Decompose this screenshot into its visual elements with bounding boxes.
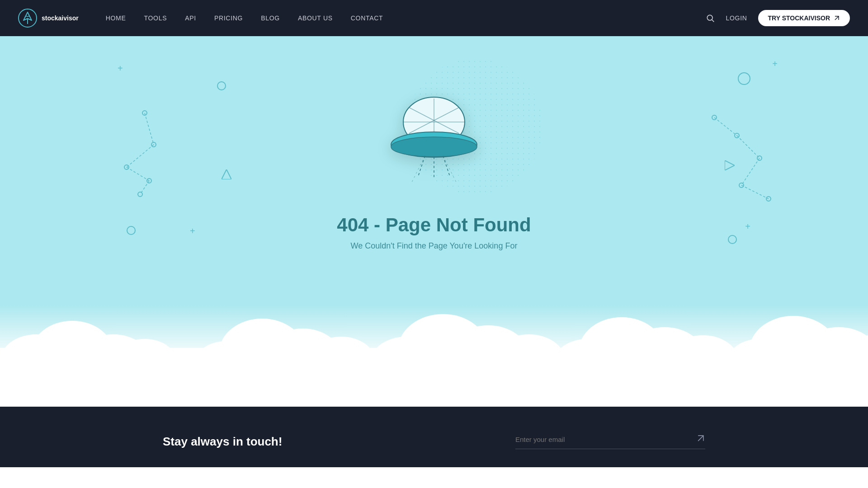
clouds-svg (0, 280, 868, 361)
search-icon (706, 14, 715, 23)
svg-line-31 (418, 156, 425, 176)
nav-links: HOME TOOLS API PRICING BLOG ABOUT US CON… (106, 14, 706, 22)
deco-plus-4: + (745, 221, 750, 232)
deco-circle-3 (728, 235, 737, 244)
svg-line-15 (714, 117, 737, 136)
nav-right: LOGIN TRY STOCKAIVISOR (706, 10, 850, 26)
logo-icon (18, 9, 37, 28)
deco-plus-1: + (118, 63, 123, 74)
svg-line-35 (443, 156, 457, 183)
login-button[interactable]: LOGIN (726, 14, 747, 22)
svg-line-2 (712, 20, 714, 22)
nav-blog[interactable]: BLOG (261, 14, 280, 22)
svg-line-8 (127, 167, 149, 181)
error-title: 404 - Page Not Found (337, 214, 531, 236)
constellation-left (113, 108, 176, 199)
try-button-label: TRY STOCKAIVISOR (768, 14, 830, 22)
footer-email-area (515, 434, 705, 449)
error-subtitle: We Couldn't Find the Page You're Looking… (351, 241, 518, 251)
ufo-illustration (375, 72, 493, 201)
deco-plus-2: + (772, 59, 778, 69)
deco-triangle-left (222, 169, 231, 181)
nav-api[interactable]: API (185, 14, 196, 22)
hero-section: + + + + (0, 36, 868, 280)
svg-rect-56 (0, 348, 868, 361)
deco-circle-4 (738, 72, 750, 85)
nav-home[interactable]: HOME (106, 14, 126, 22)
footer-inner: Stay always in touch! (163, 434, 705, 449)
svg-line-17 (741, 158, 760, 185)
svg-marker-4 (222, 169, 231, 179)
svg-point-30 (391, 137, 477, 157)
search-button[interactable] (706, 14, 715, 23)
svg-line-16 (737, 136, 760, 158)
white-section (0, 361, 868, 407)
footer-email-row (515, 434, 705, 449)
logo-link[interactable]: stockaivisor (18, 9, 79, 28)
constellation-right (705, 95, 778, 203)
try-stockaivisor-button[interactable]: TRY STOCKAIVISOR (758, 10, 850, 26)
deco-circle-1 (217, 81, 226, 90)
nav-contact[interactable]: CONTACT (351, 14, 383, 22)
svg-point-1 (708, 15, 713, 20)
footer-tagline: Stay always in touch! (163, 435, 282, 449)
svg-line-7 (127, 145, 154, 167)
email-input[interactable] (515, 436, 696, 443)
svg-line-33 (443, 156, 450, 176)
nav-tools[interactable]: TOOLS (144, 14, 167, 22)
deco-circle-2 (127, 226, 136, 235)
nav-about[interactable]: ABOUT US (298, 14, 333, 22)
svg-line-18 (741, 185, 769, 199)
deco-plus-3: + (190, 226, 195, 236)
svg-line-34 (411, 156, 425, 183)
svg-line-3 (835, 16, 839, 20)
svg-line-6 (145, 113, 154, 145)
email-submit-button[interactable] (696, 434, 705, 445)
logo-text: stockaivisor (42, 14, 79, 22)
arrow-submit-icon (696, 434, 705, 443)
footer: Stay always in touch! (0, 407, 868, 467)
navbar: stockaivisor HOME TOOLS API PRICING BLOG… (0, 0, 868, 36)
arrow-icon (834, 15, 840, 21)
clouds-section (0, 280, 868, 361)
svg-line-57 (698, 436, 703, 441)
nav-pricing[interactable]: PRICING (214, 14, 243, 22)
